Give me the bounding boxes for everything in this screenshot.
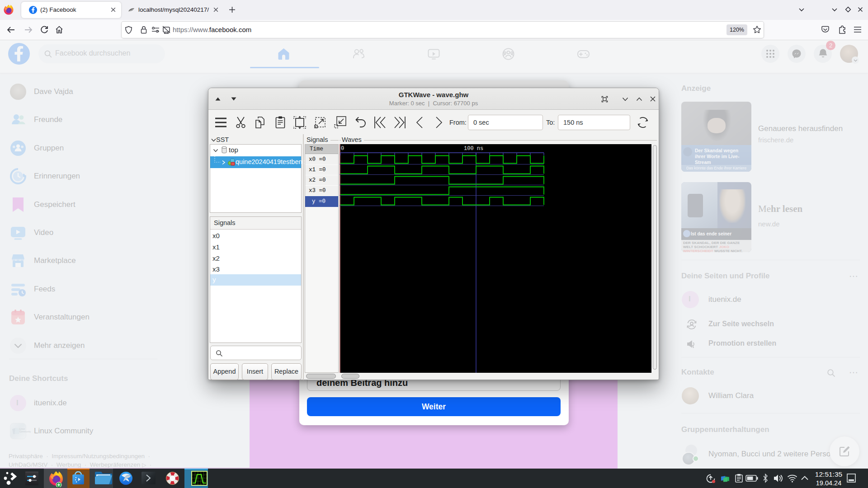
- svg-text:100 ns: 100 ns: [464, 145, 483, 152]
- svg-text:0: 0: [341, 145, 344, 152]
